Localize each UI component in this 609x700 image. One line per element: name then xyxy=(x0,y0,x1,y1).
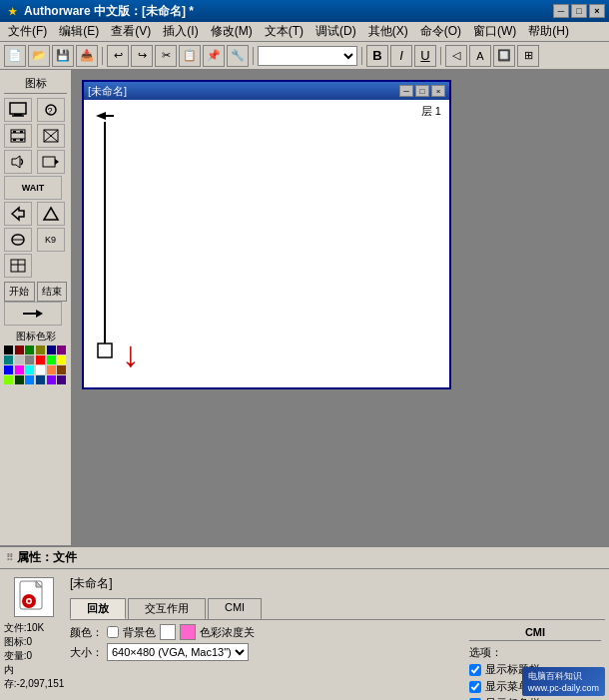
toolbar-underline[interactable]: U xyxy=(414,45,436,67)
color-relation-swatch[interactable] xyxy=(180,624,196,640)
doc-maximize[interactable]: □ xyxy=(415,85,429,97)
color-swatch[interactable] xyxy=(36,355,45,364)
color-swatch[interactable] xyxy=(47,346,56,354)
icon-navigate[interactable] xyxy=(4,202,32,226)
icon-map[interactable] xyxy=(4,254,32,278)
cmi-checkbox-1[interactable] xyxy=(469,664,481,676)
toolbar-text-color[interactable]: A xyxy=(469,45,491,67)
color-swatch[interactable] xyxy=(15,346,24,354)
size-label: 大小： xyxy=(70,645,103,660)
color-swatch[interactable] xyxy=(25,355,34,364)
color-swatch[interactable] xyxy=(47,375,56,384)
menu-edit[interactable]: 编辑(E) xyxy=(53,21,105,42)
menu-text[interactable]: 文本(T) xyxy=(259,21,309,42)
color-swatch[interactable] xyxy=(57,346,66,354)
toolbar-italic[interactable]: I xyxy=(390,45,412,67)
toolbar-paste[interactable]: 📌 xyxy=(203,45,225,67)
menu-window[interactable]: 窗口(W) xyxy=(467,21,522,42)
toolbar-redo[interactable]: ↪ xyxy=(131,45,153,67)
color-swatch[interactable] xyxy=(15,365,24,374)
close-button[interactable]: × xyxy=(589,4,605,18)
color-swatch[interactable] xyxy=(25,346,34,354)
tab-cmi[interactable]: CMI xyxy=(208,598,262,619)
menu-modify[interactable]: 修改(M) xyxy=(205,21,259,42)
file-variables: 变量:0 xyxy=(4,649,65,663)
color-swatch[interactable] xyxy=(36,365,45,374)
icon-framework[interactable] xyxy=(37,202,65,226)
icon-sound[interactable] xyxy=(4,150,32,174)
main-area: 图标 ? xyxy=(0,70,609,545)
menu-insert[interactable]: 插入(I) xyxy=(157,21,204,42)
toolbar-font-dropdown[interactable] xyxy=(258,46,357,66)
menu-help[interactable]: 帮助(H) xyxy=(522,21,575,42)
icon-digital-movie[interactable] xyxy=(37,150,65,174)
svg-rect-16 xyxy=(43,157,55,167)
toolbar-undo[interactable]: ↩ xyxy=(107,45,129,67)
menu-view[interactable]: 查看(V) xyxy=(105,21,157,42)
color-swatch[interactable] xyxy=(15,355,24,364)
cmi-label-3: 显示任务栏 xyxy=(485,696,540,700)
toolbar-save[interactable]: 💾 xyxy=(52,45,74,67)
design-area: [未命名] ─ □ × 层 1 xyxy=(72,70,609,545)
svg-marker-19 xyxy=(44,208,58,220)
bg-color-swatch[interactable] xyxy=(160,624,176,640)
icon-decision[interactable] xyxy=(4,228,32,252)
toolbar-extra3[interactable]: ⊞ xyxy=(517,45,539,67)
cmi-checkbox-2[interactable] xyxy=(469,681,481,693)
menu-debug[interactable]: 调试(D) xyxy=(309,21,362,42)
toolbar-copy[interactable]: 📋 xyxy=(179,45,201,67)
cmi-option-3: 显示任务栏 xyxy=(469,696,601,700)
end-icon[interactable]: 结束 xyxy=(37,282,68,302)
tab-playback[interactable]: 回放 xyxy=(70,598,126,619)
bg-color-checkbox[interactable] xyxy=(107,626,119,638)
color-swatch[interactable] xyxy=(57,355,66,364)
color-swatch[interactable] xyxy=(57,365,66,374)
doc-close[interactable]: × xyxy=(431,85,445,97)
menu-command[interactable]: 命令(O) xyxy=(414,21,467,42)
svg-marker-27 xyxy=(96,112,114,120)
properties-title: 属性：文件 xyxy=(17,549,77,566)
tab-interaction[interactable]: 交互作用 xyxy=(128,598,206,619)
icon-wait[interactable]: WAIT xyxy=(4,176,62,200)
toolbar-bold[interactable]: B xyxy=(366,45,388,67)
layer-label: 层 1 xyxy=(421,104,441,119)
color-swatch[interactable] xyxy=(47,365,56,374)
cmi-option-label: 选项： xyxy=(469,645,601,660)
icon-erase[interactable] xyxy=(37,124,65,148)
toolbar-open[interactable]: 📂 xyxy=(28,45,50,67)
toolbar-align-left[interactable]: ◁ xyxy=(445,45,467,67)
icon-movie[interactable] xyxy=(4,124,32,148)
menu-other[interactable]: 其他(X) xyxy=(362,21,414,42)
maximize-button[interactable]: □ xyxy=(571,4,587,18)
toolbar-cut[interactable]: ✂ xyxy=(155,45,177,67)
start-icon[interactable]: 开始 xyxy=(4,282,35,302)
color-swatch[interactable] xyxy=(15,375,24,384)
doc-minimize[interactable]: ─ xyxy=(399,85,413,97)
color-swatch[interactable] xyxy=(57,375,66,384)
color-swatch[interactable] xyxy=(36,375,45,384)
menu-file[interactable]: 文件(F) xyxy=(2,21,53,42)
toolbar-import[interactable]: 📥 xyxy=(76,45,98,67)
icon-interaction[interactable]: ? xyxy=(37,98,65,122)
svg-rect-10 xyxy=(13,139,16,141)
minimize-button[interactable]: ─ xyxy=(553,4,569,18)
properties-header: ⠿ 属性：文件 xyxy=(0,547,609,569)
size-select[interactable]: 640×480 (VGA, Mac13") xyxy=(107,643,249,661)
icon-display[interactable] xyxy=(4,98,32,122)
toolbar-extra[interactable]: 🔧 xyxy=(227,45,249,67)
color-swatch[interactable] xyxy=(36,346,45,354)
color-swatch[interactable] xyxy=(25,375,34,384)
color-swatch[interactable] xyxy=(4,355,13,364)
color-swatch[interactable] xyxy=(4,346,13,354)
app-icon: ★ xyxy=(4,3,20,19)
toolbar-new[interactable]: 📄 xyxy=(4,45,26,67)
icon-panel: 图标 ? xyxy=(0,70,72,545)
color-swatch[interactable] xyxy=(4,375,13,384)
color-swatch[interactable] xyxy=(4,365,13,374)
color-swatch[interactable] xyxy=(25,365,34,374)
toolbar-extra2[interactable]: 🔲 xyxy=(493,45,515,67)
icon-color-label: 图标色彩 xyxy=(4,330,67,344)
icon-arrow[interactable] xyxy=(4,302,62,326)
icon-calc[interactable]: K9 xyxy=(37,228,65,252)
color-swatch[interactable] xyxy=(47,355,56,364)
